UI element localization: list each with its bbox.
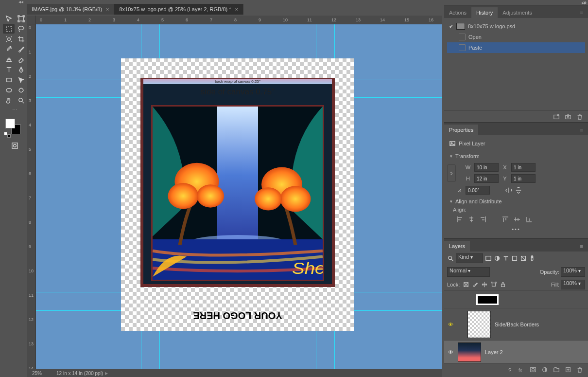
- link-layers-icon[interactable]: [506, 366, 513, 373]
- new-snapshot-icon[interactable]: [553, 113, 560, 120]
- type-tool[interactable]: [3, 65, 15, 74]
- close-icon[interactable]: ×: [106, 6, 109, 12]
- width-field[interactable]: [474, 163, 499, 172]
- pen-tool[interactable]: [15, 65, 27, 74]
- tab-layers[interactable]: Layers: [444, 241, 470, 251]
- align-left-icon[interactable]: [456, 215, 464, 223]
- zoom-tool[interactable]: [15, 95, 27, 105]
- panel-menu-icon[interactable]: ≡: [575, 241, 588, 251]
- lock-position-icon[interactable]: [481, 282, 487, 288]
- ruler-vertical[interactable]: 0 1 2 3 4 5 6 7 8 9 10 11 12 13 14: [27, 16, 36, 369]
- flip-horizontal-icon[interactable]: [505, 187, 512, 194]
- trash-icon[interactable]: [576, 113, 583, 120]
- default-colors-icon[interactable]: [4, 132, 7, 135]
- document-tab[interactable]: IMAGE.jpg @ 18.3% (RGB/8) ×: [27, 4, 114, 15]
- tab-properties[interactable]: Properties: [444, 125, 478, 135]
- document-tab[interactable]: 8x10x75 w logo.psd @ 25% (Layer 2, RGB/8…: [114, 4, 243, 15]
- extra-tools-icon[interactable]: ⋯: [2, 107, 27, 113]
- foreground-color-swatch[interactable]: [5, 119, 15, 128]
- lock-pixels-icon[interactable]: [472, 282, 478, 288]
- lock-all-icon[interactable]: [500, 282, 506, 288]
- layer-thumb[interactable]: [476, 294, 499, 305]
- tab-history[interactable]: History: [471, 7, 498, 18]
- search-icon[interactable]: [447, 255, 454, 262]
- align-hcenter-icon[interactable]: [467, 215, 475, 223]
- ruler-horizontal[interactable]: 0 1 2 3 4 5 6 7 8 9 10 11 12 13 14 15 16: [36, 16, 442, 24]
- lock-artboard-icon[interactable]: [490, 282, 497, 288]
- history-item[interactable]: Open: [447, 32, 585, 42]
- align-bottom-icon[interactable]: [525, 215, 533, 223]
- tab-adjustments[interactable]: Adjustments: [498, 7, 537, 18]
- align-top-icon[interactable]: [502, 215, 509, 223]
- quick-mask-tool[interactable]: [9, 141, 20, 150]
- panel-menu-icon[interactable]: ≡: [575, 7, 588, 18]
- layer-row[interactable]: 👁 Side/Back Borders: [444, 308, 588, 340]
- collapse-panels-icon[interactable]: ▸▸: [582, 0, 587, 5]
- filter-adjust-icon[interactable]: [494, 255, 501, 262]
- height-field[interactable]: [474, 174, 499, 183]
- rectangle-shape-tool[interactable]: [3, 75, 15, 85]
- angle-field[interactable]: [466, 186, 490, 195]
- history-item[interactable]: Paste: [447, 42, 585, 53]
- visibility-toggle[interactable]: 👁: [447, 349, 454, 355]
- y-field[interactable]: [511, 174, 536, 183]
- layer-thumb[interactable]: [458, 342, 481, 362]
- fill-field[interactable]: 100% ▾: [561, 280, 585, 289]
- blend-mode-select[interactable]: Normal ▾: [447, 267, 490, 277]
- layer-thumb[interactable]: [467, 311, 491, 338]
- filter-pixel-icon[interactable]: [485, 255, 492, 262]
- panel-menu-icon[interactable]: ≡: [575, 125, 588, 135]
- status-menu-icon[interactable]: ▶: [105, 371, 108, 376]
- move-tool[interactable]: [3, 14, 15, 23]
- align-right-icon[interactable]: [479, 215, 487, 223]
- mask-icon[interactable]: [530, 366, 536, 373]
- layer-row[interactable]: [444, 290, 588, 308]
- adjustment-icon[interactable]: [541, 366, 548, 373]
- camera-icon[interactable]: [565, 113, 571, 120]
- new-layer-icon[interactable]: [565, 366, 571, 373]
- fx-icon[interactable]: fx: [518, 366, 525, 373]
- filter-shape-icon[interactable]: [511, 255, 518, 262]
- rect-marquee-tool[interactable]: [3, 24, 15, 34]
- section-align[interactable]: Align and Distribute: [447, 196, 585, 207]
- ellipse-shape-tool[interactable]: [3, 85, 15, 95]
- canvas-viewport[interactable]: back wrap of canvas 0.25" side of canvas…: [36, 24, 442, 369]
- lasso-tool[interactable]: [15, 24, 27, 34]
- ruler-origin[interactable]: [27, 16, 36, 24]
- quick-select-tool[interactable]: [3, 34, 15, 44]
- eyedropper-tool[interactable]: [3, 44, 15, 54]
- custom-shape-tool[interactable]: [15, 85, 27, 95]
- default-colors-icon[interactable]: [7, 134, 11, 138]
- close-icon[interactable]: ×: [235, 6, 238, 12]
- align-vcenter-icon[interactable]: [513, 215, 521, 223]
- layer-filter-select[interactable]: Kind ▾: [456, 253, 483, 263]
- link-wh-icon[interactable]: [447, 164, 456, 182]
- flip-vertical-icon[interactable]: [515, 187, 522, 194]
- filter-type-icon[interactable]: [502, 255, 509, 262]
- section-transform[interactable]: Transform: [447, 151, 585, 162]
- eraser-tool[interactable]: [15, 54, 27, 64]
- layer-name[interactable]: Layer 2: [485, 349, 503, 355]
- opacity-field[interactable]: 100% ▾: [561, 267, 585, 277]
- filter-smart-icon[interactable]: [520, 255, 527, 262]
- history-doc-row[interactable]: ✔ 8x10x75 w logo.psd: [447, 21, 585, 32]
- layer-name[interactable]: Side/Back Borders: [495, 322, 539, 327]
- x-field[interactable]: [511, 163, 536, 172]
- document[interactable]: back wrap of canvas 0.25" side of canvas…: [121, 58, 354, 331]
- artboard-tool[interactable]: [15, 14, 27, 23]
- zoom-level[interactable]: 25%: [32, 371, 42, 376]
- more-options-icon[interactable]: •••: [447, 225, 585, 235]
- clone-stamp-tool[interactable]: [3, 54, 15, 64]
- color-swatches[interactable]: [2, 118, 24, 138]
- filter-toggle-icon[interactable]: [529, 255, 536, 262]
- collapse-chevrons-icon[interactable]: ◂◂: [18, 0, 23, 4]
- trash-icon[interactable]: [576, 366, 583, 373]
- crop-tool[interactable]: [15, 34, 27, 44]
- group-icon[interactable]: [553, 366, 560, 373]
- visibility-toggle[interactable]: 👁: [447, 322, 454, 327]
- tab-actions[interactable]: Actions: [444, 7, 471, 18]
- hand-tool[interactable]: [3, 95, 15, 105]
- layer-row[interactable]: 👁 Layer 2: [444, 340, 588, 363]
- brush-tool[interactable]: [15, 44, 27, 54]
- path-select-tool[interactable]: [15, 75, 27, 85]
